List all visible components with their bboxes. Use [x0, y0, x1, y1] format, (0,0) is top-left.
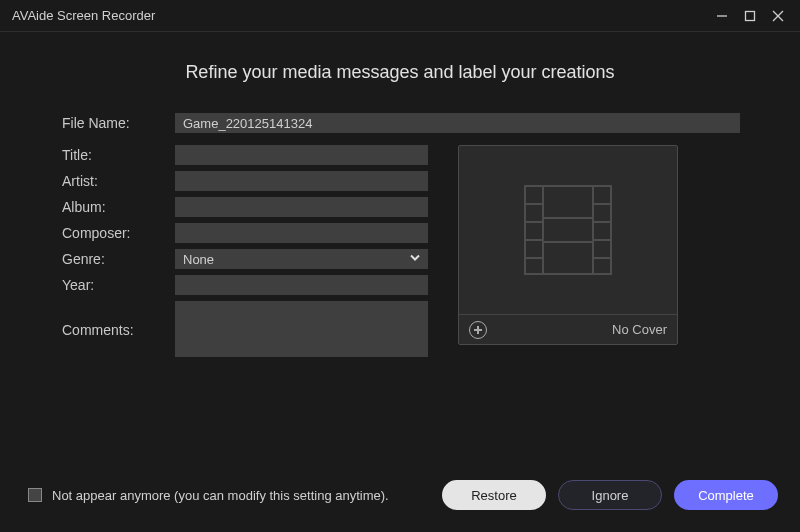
label-file-name: File Name: — [60, 115, 175, 131]
composer-input[interactable] — [175, 223, 428, 243]
svg-rect-1 — [746, 11, 755, 20]
not-appear-checkbox[interactable] — [28, 488, 42, 502]
app-title: AVAide Screen Recorder — [12, 8, 708, 23]
minimize-button[interactable] — [708, 2, 736, 30]
cover-footer: No Cover — [459, 314, 677, 344]
row-composer: Composer: — [60, 223, 428, 243]
row-title: Title: — [60, 145, 428, 165]
maximize-button[interactable] — [736, 2, 764, 30]
add-cover-button[interactable] — [469, 321, 487, 339]
genre-select[interactable]: None — [175, 249, 428, 269]
row-comments: Comments: — [60, 301, 428, 357]
label-title: Title: — [60, 147, 175, 163]
main-content: Refine your media messages and label you… — [0, 32, 800, 363]
row-artist: Artist: — [60, 171, 428, 191]
not-appear-label: Not appear anymore (you can modify this … — [52, 488, 430, 503]
artist-input[interactable] — [175, 171, 428, 191]
row-year: Year: — [60, 275, 428, 295]
cover-panel: No Cover — [458, 145, 678, 345]
row-genre: Genre: None — [60, 249, 428, 269]
row-file-name: File Name: — [60, 113, 740, 133]
comments-input[interactable] — [175, 301, 428, 357]
album-input[interactable] — [175, 197, 428, 217]
plus-icon — [473, 325, 483, 335]
fields-column: Title: Artist: Album: Composer: Genre: N… — [60, 145, 428, 363]
label-genre: Genre: — [60, 251, 175, 267]
title-input[interactable] — [175, 145, 428, 165]
restore-button[interactable]: Restore — [442, 480, 546, 510]
year-input[interactable] — [175, 275, 428, 295]
film-strip-icon — [513, 180, 623, 280]
svg-rect-4 — [525, 186, 611, 274]
maximize-icon — [744, 10, 756, 22]
footer-bar: Not appear anymore (you can modify this … — [0, 466, 800, 532]
label-artist: Artist: — [60, 173, 175, 189]
close-icon — [772, 10, 784, 22]
titlebar: AVAide Screen Recorder — [0, 0, 800, 32]
two-column-area: Title: Artist: Album: Composer: Genre: N… — [60, 145, 740, 363]
complete-button[interactable]: Complete — [674, 480, 778, 510]
page-heading: Refine your media messages and label you… — [60, 62, 740, 83]
label-comments: Comments: — [60, 320, 175, 338]
close-button[interactable] — [764, 2, 792, 30]
ignore-button[interactable]: Ignore — [558, 480, 662, 510]
minimize-icon — [716, 10, 728, 22]
cover-preview — [459, 146, 677, 314]
label-composer: Composer: — [60, 225, 175, 241]
file-name-input[interactable] — [175, 113, 740, 133]
row-album: Album: — [60, 197, 428, 217]
genre-value: None — [183, 252, 214, 267]
no-cover-label: No Cover — [612, 322, 667, 337]
label-year: Year: — [60, 277, 175, 293]
chevron-down-icon — [408, 251, 422, 268]
label-album: Album: — [60, 199, 175, 215]
